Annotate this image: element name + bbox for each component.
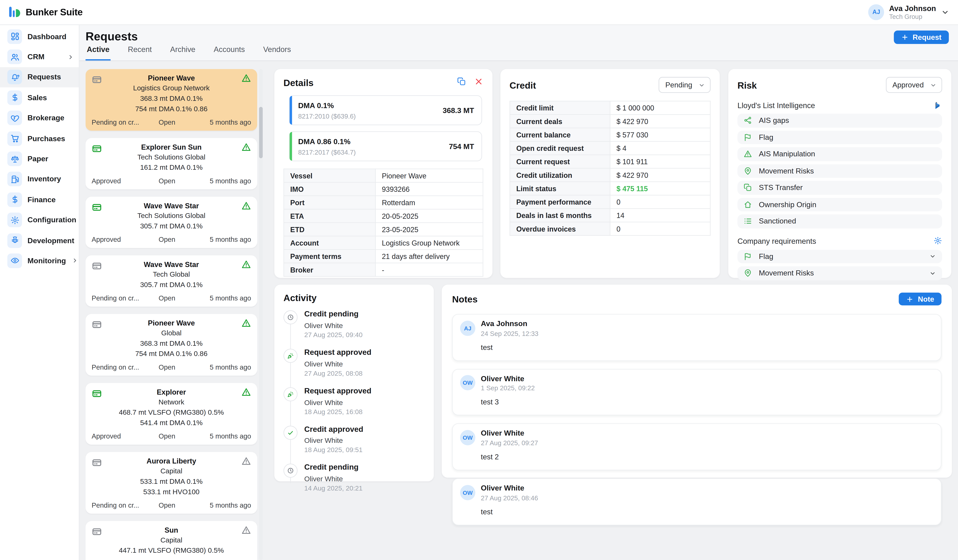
gear-icon[interactable] (934, 236, 942, 246)
tab[interactable]: Recent (127, 45, 153, 61)
activity-event-title: Request approved (304, 349, 425, 357)
tab[interactable]: Archive (169, 45, 197, 61)
request-state: Open (145, 236, 189, 243)
credit-row: Limit status $ 475 115 (510, 182, 710, 195)
request-card[interactable]: Pioneer Wave Logistics Group Network 368… (86, 69, 257, 131)
request-card[interactable]: Pioneer Wave Global 368.3 mt DMA 0.1% 75… (86, 314, 257, 376)
request-status: Approved (92, 236, 145, 243)
activity-event-user: Oliver White (304, 360, 425, 367)
request-card[interactable]: Explorer Sun Sun Tech Solutions Global 1… (86, 138, 257, 189)
chevron-down-icon (929, 253, 936, 260)
copy-icon[interactable] (457, 77, 466, 88)
sidebar-item[interactable]: Dashboard (0, 26, 79, 47)
request-account: Logistics Group Network (92, 84, 251, 93)
sidebar-item[interactable]: Monitoring (0, 251, 79, 271)
note-author: Ava Johnson (481, 319, 538, 328)
details-row: Vessel Pioneer Wave (284, 169, 483, 182)
activity-event-date: 18 Aug 2025, 16:08 (304, 408, 425, 415)
sidebar-item-icon (7, 233, 22, 248)
details-field-label: Vessel (284, 169, 375, 182)
risk-check-icon (744, 116, 752, 125)
details-field-label: Port (284, 196, 375, 209)
credit-row-value: $ 101 911 (610, 155, 710, 168)
sidebar-item-icon (7, 50, 22, 64)
sidebar-item[interactable]: Finance (0, 189, 79, 210)
company-check-row[interactable]: Flag (738, 249, 942, 263)
request-quantity-1: 468.7 mt VLSFO (RMG380) 0.5% (92, 409, 251, 417)
request-quantity-2: 533.1 mt HVO100 (92, 488, 251, 497)
sidebar-item-label: Brokerage (28, 114, 64, 122)
details-field-label: Payment terms (284, 249, 375, 263)
request-quantity-1: 368.3 mt DMA 0.1% (92, 95, 251, 103)
activity-event: Credit pending Oliver White 27 Aug 2025,… (284, 310, 425, 338)
details-row: IMO 9393266 (284, 182, 483, 196)
request-card[interactable]: Aurora Liberty Capital 533.1 mt DMA 0.1%… (86, 452, 257, 514)
request-account: Capital (92, 536, 251, 545)
sidebar-item[interactable]: Requests (0, 67, 79, 87)
user-menu[interactable]: AJ Ava Johnson Tech Group (868, 4, 958, 20)
add-request-button[interactable]: Request (894, 30, 949, 44)
request-age: 5 months ago (189, 501, 251, 509)
sidebar-item[interactable]: Purchases (0, 128, 79, 149)
request-card[interactable]: Sun Capital 447.1 mt VLSFO (RMG380) 0.5%… (86, 521, 257, 560)
tab[interactable]: Active (86, 45, 111, 61)
tab[interactable]: Vendors (262, 45, 292, 61)
request-quantity-1: 447.1 mt VLSFO (RMG380) 0.5% (92, 547, 251, 555)
credit-card-icon (92, 457, 102, 468)
request-account: Network (92, 398, 251, 407)
note-avatar: OW (460, 430, 476, 446)
risk-check-icon (744, 133, 752, 141)
request-state: Open (145, 363, 189, 371)
note-text: test 2 (481, 452, 934, 461)
fuel-name: DMA 0.86 0.1% (298, 138, 356, 146)
sidebar-item-label: Purchases (28, 134, 65, 143)
risk-check-label: STS Transfer (759, 183, 803, 192)
risk-status-select[interactable]: Approved (886, 77, 942, 93)
sidebar-item[interactable]: CRM (0, 47, 79, 67)
credit-status-select[interactable]: Pending (658, 77, 711, 93)
details-field-value: 9393266 (375, 182, 483, 196)
request-card[interactable]: Wave Wave Star Tech Global 305.7 mt DMA … (86, 255, 257, 306)
details-row: Broker - (284, 263, 483, 276)
risk-check-row: Movement Risks (738, 164, 942, 178)
sidebar-item-label: Paper (28, 155, 62, 163)
request-card[interactable]: Wave Wave Star Tech Solutions Global 305… (86, 197, 257, 248)
request-card[interactable]: Explorer Network 468.7 mt VLSFO (RMG380)… (86, 383, 257, 444)
company-check-row[interactable]: Movement Risks (738, 266, 942, 280)
close-icon[interactable] (474, 77, 483, 88)
details-field-value: 20-05-2025 (375, 209, 483, 222)
request-account: Global (92, 329, 251, 338)
request-vessel: Aurora Liberty (92, 457, 251, 465)
activity-event-user: Oliver White (304, 436, 425, 444)
request-age: 5 months ago (189, 432, 251, 440)
fuel-name: DMA 0.1% (298, 102, 356, 110)
activity-event-date: 27 Aug 2025, 08:08 (304, 370, 425, 377)
tab[interactable]: Accounts (213, 45, 246, 61)
request-age: 5 months ago (189, 294, 251, 301)
details-title: Details (284, 77, 314, 87)
risk-check-label: Flag (759, 133, 774, 141)
details-field-value: 23-05-2025 (375, 223, 483, 236)
sidebar-item[interactable]: Inventory (0, 169, 79, 189)
activity-event: Request approved Oliver White 27 Aug 202… (284, 349, 425, 377)
request-quantity-2: 541.4 mt DMA 0.1% (92, 419, 251, 427)
request-quantity-1: 161.2 mt DMA 0.1% (92, 164, 251, 172)
scrollbar-thumb[interactable] (259, 107, 263, 158)
request-age: 5 months ago (189, 236, 251, 243)
note-card: AJ Ava Johnson 24 Sep 2025, 12:33 test (452, 314, 942, 361)
details-field-label: IMO (284, 182, 375, 196)
add-note-button[interactable]: Note (899, 293, 941, 305)
request-age: 5 months ago (189, 177, 251, 184)
sidebar-item-label: Sales (28, 93, 62, 102)
plus-icon (906, 295, 914, 303)
credit-card-icon (92, 144, 102, 154)
brand: Bunker Suite (0, 7, 82, 18)
activity-event-user: Oliver White (304, 475, 425, 482)
chevron-down-icon (941, 8, 949, 16)
sidebar: Dashboard CRM Requests (0, 25, 79, 560)
sidebar-item[interactable]: Configuration (0, 210, 79, 230)
sidebar-item[interactable]: Brokerage (0, 108, 79, 128)
sidebar-item[interactable]: Development (0, 230, 79, 251)
sidebar-item[interactable]: Paper (0, 149, 79, 169)
sidebar-item[interactable]: Sales (0, 87, 79, 108)
